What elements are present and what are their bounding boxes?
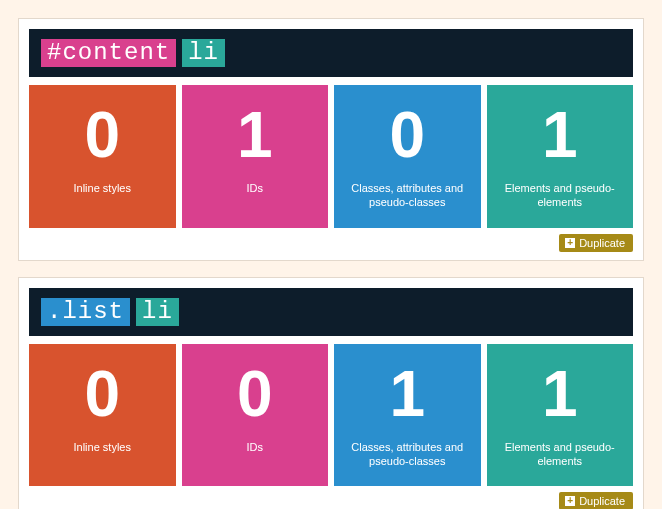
score-value: 1 (493, 362, 628, 426)
score-box-inline: 0 Inline styles (29, 344, 176, 487)
score-label: Elements and pseudo-elements (493, 440, 628, 469)
score-row: 0 Inline styles 1 IDs 0 Classes, attribu… (29, 85, 633, 228)
score-value: 0 (188, 362, 323, 426)
plus-icon: + (565, 238, 575, 248)
specificity-card: #contentli 0 Inline styles 1 IDs 0 Class… (18, 18, 644, 261)
score-value: 0 (340, 103, 475, 167)
score-box-ids: 1 IDs (182, 85, 329, 228)
score-box-inline: 0 Inline styles (29, 85, 176, 228)
selector-token-id: #content (41, 39, 176, 67)
score-label: Inline styles (35, 181, 170, 195)
score-value: 0 (35, 362, 170, 426)
selector-bar: #contentli (29, 29, 633, 77)
selector-token-class: .list (41, 298, 130, 326)
score-box-classes: 0 Classes, attributes and pseudo-classes (334, 85, 481, 228)
selector-token-element: li (136, 298, 179, 326)
page: #contentli 0 Inline styles 1 IDs 0 Class… (0, 0, 662, 509)
specificity-card: .listli 0 Inline styles 0 IDs 1 Classes,… (18, 277, 644, 509)
score-label: IDs (188, 181, 323, 195)
plus-icon: + (565, 496, 575, 506)
score-label: IDs (188, 440, 323, 454)
score-label: Classes, attributes and pseudo-classes (340, 181, 475, 210)
score-box-classes: 1 Classes, attributes and pseudo-classes (334, 344, 481, 487)
score-row: 0 Inline styles 0 IDs 1 Classes, attribu… (29, 344, 633, 487)
selector-token-element: li (182, 39, 225, 67)
score-box-elements: 1 Elements and pseudo-elements (487, 344, 634, 487)
score-value: 0 (35, 103, 170, 167)
duplicate-label: Duplicate (579, 237, 625, 249)
score-value: 1 (493, 103, 628, 167)
score-label: Inline styles (35, 440, 170, 454)
duplicate-button[interactable]: +Duplicate (559, 492, 633, 509)
duplicate-label: Duplicate (579, 495, 625, 507)
score-label: Elements and pseudo-elements (493, 181, 628, 210)
duplicate-button[interactable]: +Duplicate (559, 234, 633, 252)
score-label: Classes, attributes and pseudo-classes (340, 440, 475, 469)
score-value: 1 (188, 103, 323, 167)
duplicate-row: +Duplicate (29, 492, 633, 509)
score-value: 1 (340, 362, 475, 426)
score-box-ids: 0 IDs (182, 344, 329, 487)
duplicate-row: +Duplicate (29, 234, 633, 252)
selector-bar: .listli (29, 288, 633, 336)
score-box-elements: 1 Elements and pseudo-elements (487, 85, 634, 228)
